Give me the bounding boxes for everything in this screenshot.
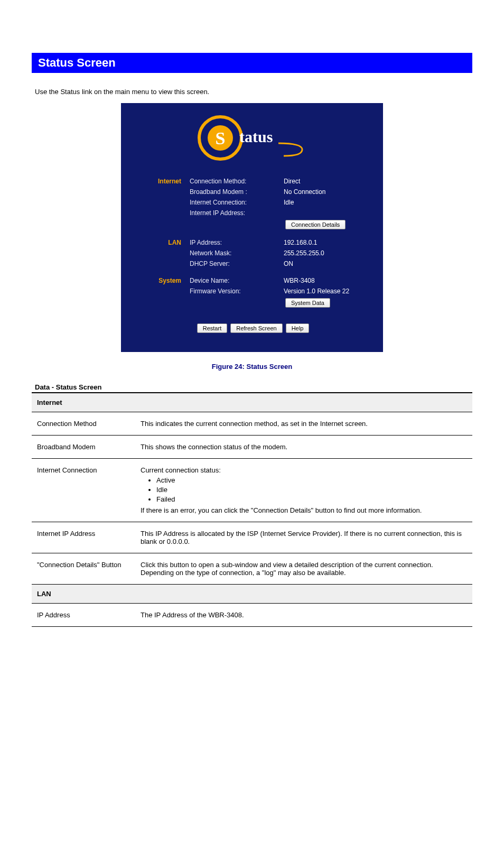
kv-label: DHCP Server: (190, 260, 279, 267)
section-header-internet (133, 199, 185, 206)
kv-value: 255.255.255.0 (284, 249, 374, 257)
table-row: Internet ConnectionCurrent connection st… (32, 459, 472, 522)
kv-value: WBR-3408 (284, 277, 374, 284)
connection-details-button[interactable]: Connection Details (285, 220, 346, 229)
kv-label: Internet IP Address: (190, 209, 279, 217)
desc-cell: Current connection status:ActiveIdleFail… (137, 459, 472, 522)
refresh-screen-button[interactable]: Refresh Screen (230, 323, 282, 333)
table-row: Connection MethodThis indicates the curr… (32, 412, 472, 436)
list-item: Failed (156, 495, 467, 503)
table-row: "Connection Details" ButtonClick this bu… (32, 553, 472, 585)
desc-cell: This IP Address is allocated by the ISP … (137, 522, 472, 553)
list-item: Active (156, 476, 467, 484)
term-cell: Connection Method (32, 412, 137, 436)
table-row: Internet IP AddressThis IP Address is al… (32, 522, 472, 553)
table-row: Broadband ModemThis shows the connection… (32, 436, 472, 459)
kv-value: Idle (284, 199, 374, 206)
kv-label: Device Name: (190, 277, 279, 284)
definitions-table: InternetConnection MethodThis indicates … (32, 392, 472, 627)
section-header-internet: Internet (133, 178, 185, 185)
table-group-lan: LAN (32, 585, 472, 604)
kv-value (284, 209, 374, 217)
list-item: Idle (156, 486, 467, 494)
kv-value: Direct (284, 178, 374, 185)
kv-label: Firmware Version: (190, 288, 279, 295)
desc-cell: The IP Address of the WBR-3408. (137, 604, 472, 627)
term-cell: Internet Connection (32, 459, 137, 522)
table-group-internet: Internet (32, 393, 472, 412)
term-cell: Broadband Modem (32, 436, 137, 459)
system-data-button[interactable]: System Data (285, 298, 330, 308)
status-screenshot: S tatus InternetConnection Method:Direct… (121, 103, 383, 352)
kv-label: Network Mask: (190, 249, 279, 257)
term-cell: IP Address (32, 604, 137, 627)
kv-value: No Connection (284, 188, 374, 196)
section-header-system: System (133, 277, 185, 284)
kv-label: Connection Method: (190, 178, 279, 185)
table-row: IP AddressThe IP Address of the WBR-3408… (32, 604, 472, 627)
table-heading: Data - Status Screen (35, 383, 469, 391)
section-header-lan: LAN (133, 239, 185, 246)
intro-text: Use the Status link on the main menu to … (35, 88, 469, 96)
page-title: Status Screen (32, 53, 472, 73)
section-header-lan (133, 260, 185, 267)
term-cell: "Connection Details" Button (32, 553, 137, 585)
desc-cell: This shows the connection status of the … (137, 436, 472, 459)
term-cell: Internet IP Address (32, 522, 137, 553)
kv-value: 192.168.0.1 (284, 239, 374, 246)
restart-button[interactable]: Restart (197, 323, 227, 333)
kv-label: Broadband Modem : (190, 188, 279, 196)
help-button[interactable]: Help (286, 323, 310, 333)
kv-value: Version 1.0 Release 22 (284, 288, 374, 295)
desc-cell: Click this button to open a sub-window a… (137, 553, 472, 585)
figure-caption: Figure 24: Status Screen (32, 363, 472, 371)
svg-text:tatus: tatus (239, 128, 273, 145)
section-header-internet (133, 188, 185, 196)
section-header-internet (133, 209, 185, 217)
desc-cell: This indicates the current connection me… (137, 412, 472, 436)
kv-label: IP Address: (190, 239, 279, 246)
kv-label: Internet Connection: (190, 199, 279, 206)
svg-text:S: S (216, 128, 226, 148)
section-header-system (133, 288, 185, 295)
section-header-lan (133, 249, 185, 257)
kv-value: ON (284, 260, 374, 267)
status-logo-icon: S tatus (194, 112, 310, 164)
